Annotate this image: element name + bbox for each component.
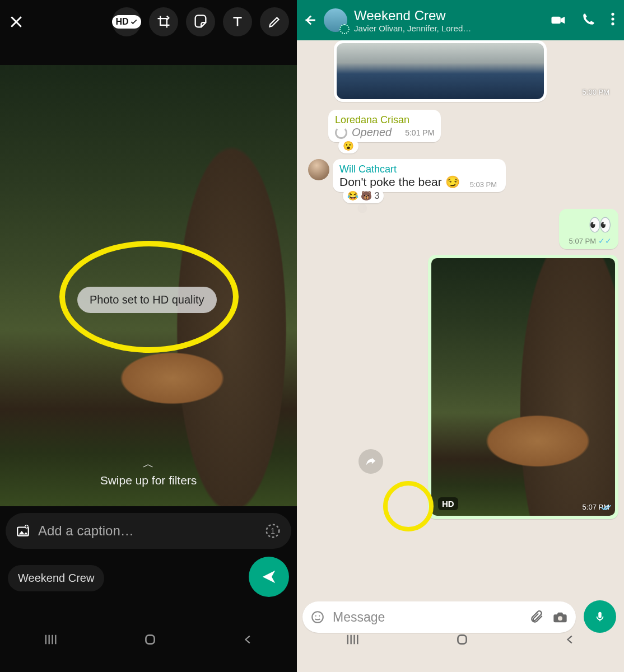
message-emoji: 😏 bbox=[445, 175, 460, 189]
caption-input[interactable]: Add a caption… 1 bbox=[6, 513, 291, 549]
outgoing-image-message[interactable]: HD 5:07 PM bbox=[428, 255, 618, 519]
chat-pane: Weekend Crew Javier Olivan, Jennifer, Lo… bbox=[297, 0, 624, 672]
caption-placeholder: Add a caption… bbox=[38, 523, 134, 539]
svg-rect-4 bbox=[146, 635, 154, 643]
chat-title-block[interactable]: Weekend Crew Javier Olivan, Jennifer, Lo… bbox=[354, 8, 543, 33]
status-ring-icon bbox=[339, 24, 350, 34]
back-nav-icon[interactable] bbox=[564, 633, 576, 646]
svg-point-6 bbox=[611, 13, 614, 16]
hd-label: HD bbox=[115, 17, 128, 27]
ocean-image bbox=[337, 43, 544, 99]
opened-status: Opened bbox=[352, 126, 392, 139]
view-once-opened-message[interactable]: Loredana Crisan Opened 5:01 PM 😮 bbox=[328, 110, 441, 142]
back-nav-icon[interactable] bbox=[242, 633, 254, 646]
view-once-icon[interactable]: 1 bbox=[264, 522, 281, 539]
incoming-image-message[interactable]: 5:00 PM bbox=[334, 40, 547, 102]
text-button[interactable] bbox=[223, 7, 252, 36]
reaction-badge[interactable]: 😮 bbox=[338, 138, 358, 153]
view-once-icon bbox=[335, 127, 347, 139]
annotation-highlight-circle bbox=[383, 481, 434, 531]
hd-quality-button[interactable]: HD bbox=[112, 7, 141, 36]
read-ticks-icon: ✓✓ bbox=[598, 236, 612, 245]
recents-nav-icon[interactable] bbox=[43, 632, 58, 647]
home-nav-icon[interactable] bbox=[455, 632, 469, 647]
message-time: 5:00 PM bbox=[583, 88, 609, 96]
hd-badge: HD bbox=[438, 497, 458, 510]
eyes-emoji: 👀 bbox=[588, 214, 612, 235]
chevron-up-icon: ︿ bbox=[0, 456, 297, 472]
swipe-up-hint[interactable]: ︿ Swipe up for filters bbox=[0, 456, 297, 487]
sticker-button[interactable] bbox=[186, 7, 215, 36]
back-button[interactable] bbox=[302, 13, 317, 27]
message-time: 5:07 PM bbox=[569, 237, 596, 245]
add-photo-icon bbox=[16, 524, 30, 538]
swipe-hint-label: Swipe up for filters bbox=[100, 474, 197, 487]
text-message[interactable]: Will Cathcart Don't poke the bear 😏 5:03… bbox=[333, 159, 506, 192]
group-avatar[interactable] bbox=[324, 8, 347, 32]
home-nav-icon[interactable] bbox=[143, 632, 157, 647]
system-nav-bar-left bbox=[0, 607, 297, 672]
bear-photo-image bbox=[431, 258, 615, 516]
sender-name: Loredana Crisan bbox=[335, 114, 434, 126]
svg-point-8 bbox=[611, 22, 614, 25]
send-button[interactable] bbox=[249, 557, 289, 597]
close-button[interactable] bbox=[8, 13, 25, 30]
message-time: 5:03 PM bbox=[470, 180, 497, 189]
chat-title: Weekend Crew bbox=[354, 8, 543, 24]
more-menu-button[interactable] bbox=[611, 12, 615, 29]
voice-call-button[interactable] bbox=[581, 12, 596, 29]
chat-body[interactable]: 5:00 PM Loredana Crisan Opened 5:01 PM 😮… bbox=[297, 40, 624, 600]
forward-button[interactable] bbox=[358, 449, 383, 474]
message-text: Don't poke the bear bbox=[339, 175, 442, 189]
hd-quality-toast: Photo set to HD quality bbox=[77, 287, 217, 313]
sender-avatar[interactable] bbox=[308, 159, 329, 180]
editor-toolbar: HD bbox=[0, 0, 297, 44]
svg-rect-5 bbox=[552, 17, 561, 24]
crop-rotate-button[interactable] bbox=[149, 7, 178, 36]
message-time: 5:01 PM bbox=[405, 128, 434, 137]
photo-editor-pane: HD Photo set to HD quality ︿ Swipe up fo… bbox=[0, 0, 297, 672]
video-call-button[interactable] bbox=[550, 12, 567, 29]
chat-subtitle: Javier Olivan, Jennifer, Lored… bbox=[354, 24, 543, 33]
draw-button[interactable] bbox=[260, 7, 289, 36]
svg-text:1: 1 bbox=[271, 527, 275, 535]
reaction-badge[interactable]: 😂 🐻 3 bbox=[343, 188, 384, 203]
recents-nav-icon[interactable] bbox=[344, 632, 360, 647]
svg-point-7 bbox=[611, 17, 614, 20]
outgoing-emoji-message[interactable]: 👀 5:07 PM✓✓ bbox=[559, 209, 618, 249]
recipient-chip[interactable]: Weekend Crew bbox=[8, 565, 104, 591]
system-nav-bar-right bbox=[297, 607, 624, 672]
svg-rect-14 bbox=[458, 635, 466, 643]
chat-header: Weekend Crew Javier Olivan, Jennifer, Lo… bbox=[297, 0, 624, 40]
sender-name: Will Cathcart bbox=[339, 164, 497, 175]
